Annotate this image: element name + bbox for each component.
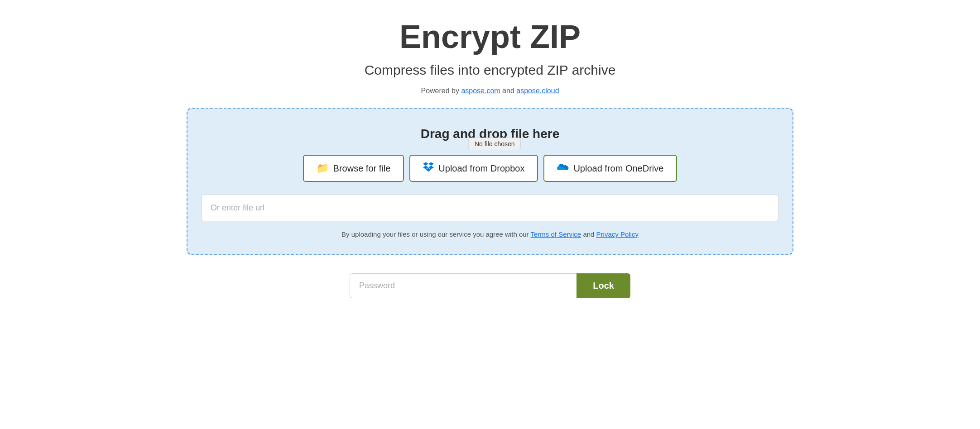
onedrive-button-label: Upload from OneDrive	[573, 163, 663, 174]
powered-by-text: Powered by	[421, 87, 461, 95]
aspose-com-link[interactable]: aspose.com	[461, 87, 500, 95]
dropbox-button-label: Upload from Dropbox	[438, 163, 524, 174]
terms-and: and	[583, 230, 596, 238]
powered-by: Powered by aspose.com and aspose.cloud	[421, 87, 559, 95]
dropbox-button-wrapper: Upload from Dropbox No file chosen	[409, 155, 538, 182]
aspose-cloud-link[interactable]: aspose.cloud	[516, 87, 559, 95]
dropbox-icon	[423, 162, 434, 175]
browse-file-button[interactable]: 📁 Browse for file	[303, 155, 404, 182]
password-row: Lock	[350, 273, 630, 298]
buttons-row: 📁 Browse for file Upload from Dropbox	[303, 155, 677, 182]
terms-prefix: By uploading your files or using our ser…	[341, 230, 530, 238]
lock-button[interactable]: Lock	[576, 273, 630, 298]
password-input[interactable]	[350, 273, 576, 298]
onedrive-icon	[557, 162, 569, 174]
terms-text: By uploading your files or using our ser…	[341, 230, 639, 238]
onedrive-upload-button[interactable]: Upload from OneDrive	[543, 155, 677, 182]
terms-of-service-link[interactable]: Terms of Service	[531, 230, 581, 238]
privacy-policy-link[interactable]: Privacy Policy	[596, 230, 639, 238]
page-subtitle: Compress files into encrypted ZIP archiv…	[365, 62, 616, 78]
drop-zone: Drag and drop file here 📁 Browse for fil…	[187, 108, 793, 255]
folder-icon: 📁	[317, 162, 329, 174]
file-url-input[interactable]	[201, 195, 779, 221]
page-title: Encrypt ZIP	[399, 18, 581, 55]
dropbox-upload-button[interactable]: Upload from Dropbox	[409, 155, 538, 182]
drag-drop-label: Drag and drop file here	[421, 127, 560, 141]
and-text: and	[502, 87, 516, 95]
browse-button-label: Browse for file	[333, 163, 391, 174]
